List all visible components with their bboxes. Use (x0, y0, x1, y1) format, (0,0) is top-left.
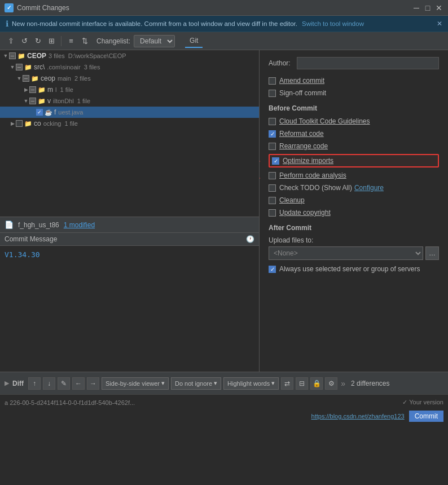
always-use-row: ✓ Always use selected server or group of… (269, 264, 439, 274)
tree-label-ceop: CEOP (27, 52, 46, 60)
cleanup-label: Cleanup (279, 196, 305, 204)
info-bar-close-icon[interactable]: ✕ (437, 20, 442, 28)
tree-item-file1[interactable]: ✓ ☕ f uest.java (0, 107, 259, 118)
reformat-code-checkbox[interactable]: ✓ (269, 130, 276, 138)
diff-back-btn[interactable]: ← (72, 377, 85, 390)
rearrange-code-checkbox[interactable] (269, 143, 276, 150)
optimize-imports-row: ✓ Optimize imports (269, 154, 439, 167)
check-todo-checkbox[interactable] (269, 184, 276, 192)
tree-item-m[interactable]: ▶ ─ 📁 m l 1 file (0, 84, 259, 95)
diff-expand-icon[interactable]: ▶ (5, 380, 9, 387)
switch-to-tool-window-link[interactable]: Switch to tool window (302, 20, 364, 27)
commit-message-header: Commit Message 🕐 (0, 233, 259, 246)
do-not-ignore-label: Do not ignore (175, 380, 212, 387)
upload-browse-btn[interactable]: … (425, 246, 439, 260)
diff-sync-btn[interactable]: ⇄ (281, 377, 293, 390)
do-not-ignore-btn[interactable]: Do not ignore ▾ (171, 377, 221, 390)
reformat-code-row: ✓ Reformat code (269, 129, 439, 138)
tree-checkbox-file1[interactable]: ✓ (36, 109, 43, 116)
info-bar-text: New non-modal commit interface is availa… (12, 20, 297, 27)
arrow-codeanalysis-icon: ➤ (260, 172, 260, 184)
tree-arrow-ceop: ▼ (2, 52, 9, 59)
url-text[interactable]: https://blog.csdn.net/zhanfeng123 (311, 413, 405, 420)
cloud-toolkit-label: Cloud Toolkit Code Guidelines (279, 117, 370, 125)
tree-label-src: src\ (34, 63, 45, 71)
signoff-commit-row: Sign-off commit (269, 89, 439, 98)
tree-checkbox-ceop[interactable]: ─ (9, 52, 16, 59)
tree-arrow-m: ▶ (23, 86, 29, 93)
toolbar-options-btn[interactable]: ⊞ (45, 35, 58, 47)
amend-commit-checkbox[interactable] (269, 77, 276, 85)
tree-checkbox-v[interactable]: ─ (29, 98, 36, 104)
changelist-label: Changelist: (96, 37, 130, 45)
tree-item-v[interactable]: ▼ ─ 📁 v iltonDhl 1 file (0, 95, 259, 107)
reformat-code-label: Reformat code (279, 130, 324, 138)
update-copyright-checkbox[interactable] (269, 209, 276, 217)
tree-path-src: .com\sinoair 3 files (47, 64, 100, 70)
check-todo-row: Check TODO (Show All) Configure (269, 183, 439, 192)
file-tree: ▼ ─ 📁 CEOP 3 files D:\workSpace\CEOP ▼ ─… (0, 50, 259, 217)
after-commit-title: After Commit (269, 224, 439, 232)
tree-arrow-co: ▶ (9, 120, 16, 127)
maximize-button[interactable]: □ (423, 3, 432, 12)
optimize-imports-label: Optimize imports (283, 157, 333, 165)
tree-checkbox-co[interactable] (16, 120, 23, 127)
diff-settings-btn[interactable]: ⚙ (325, 377, 337, 390)
diff-arrow-down-btn[interactable]: ↓ (43, 377, 55, 390)
diff-forward-btn[interactable]: → (87, 377, 99, 390)
commit-message-history-icon[interactable]: 🕐 (246, 235, 254, 243)
toolbar-move-up-btn[interactable]: ⇧ (5, 35, 17, 47)
cloud-toolkit-checkbox[interactable] (269, 118, 276, 125)
side-by-side-viewer-btn[interactable]: Side-by-side viewer ▾ (102, 377, 169, 390)
file-icon-file1: ☕ (45, 108, 52, 116)
code-analysis-container: ➤ Perform code analysis (269, 171, 439, 180)
minimize-button[interactable]: ─ (412, 3, 421, 12)
close-button[interactable]: ✕ (434, 3, 443, 12)
diff-edit-btn[interactable]: ✎ (58, 377, 70, 390)
tree-checkbox-src[interactable]: ─ (16, 64, 23, 70)
folder-icon-m: 📁 (38, 86, 46, 94)
rearrange-code-label: Rearrange code (279, 142, 328, 150)
commit-button[interactable]: Commit (409, 411, 443, 422)
tree-item-src[interactable]: ▼ ─ 📁 src\ .com\sinoair 3 files (0, 61, 259, 73)
git-tab[interactable]: Git (185, 34, 203, 48)
toolbar-expand-btn[interactable]: ⇅ (78, 35, 91, 47)
diff-columns-btn[interactable]: ⊟ (296, 377, 308, 390)
cleanup-row: Cleanup (269, 196, 439, 205)
changelist-select[interactable]: Default (134, 35, 175, 47)
tree-item-ceop[interactable]: ▼ ─ 📁 CEOP 3 files D:\workSpace\CEOP (0, 50, 259, 61)
toolbar-undo-btn[interactable]: ↺ (18, 35, 30, 47)
always-use-checkbox[interactable]: ✓ (269, 266, 276, 273)
diff-lock-btn[interactable]: 🔒 (310, 377, 323, 390)
optimize-imports-container: ➤ ✓ Optimize imports (269, 154, 439, 167)
upload-label: Upload files to: (269, 236, 439, 244)
tree-checkbox-m[interactable]: ─ (29, 86, 36, 93)
tree-checkbox-ceop2[interactable]: ─ (23, 75, 29, 82)
status-file-icon: 📄 (5, 221, 14, 229)
commit-message-input[interactable]: V1.34.30 (0, 246, 259, 370)
tree-item-co[interactable]: ▶ 📁 co ocking 1 file (0, 118, 259, 129)
author-input[interactable] (297, 57, 439, 69)
highlight-words-label: Highlight words (227, 380, 270, 387)
tree-arrow-src: ▼ (9, 64, 16, 70)
toolbar-collapse-btn[interactable]: ≡ (65, 35, 77, 47)
cleanup-checkbox[interactable] (269, 197, 276, 204)
optimize-imports-checkbox[interactable]: ✓ (272, 157, 279, 165)
folder-icon-ceop: 📁 (17, 52, 25, 60)
configure-link[interactable]: Configure (354, 184, 384, 192)
left-panel-wrapper: ▼ ─ 📁 CEOP 3 files D:\workSpace\CEOP ▼ ─… (0, 50, 260, 372)
upload-select[interactable]: <None> (269, 246, 423, 260)
highlight-words-btn[interactable]: Highlight words ▾ (223, 377, 279, 390)
diff-files-row: a 226-00-5-d2414f114-0-0-f1d1df-540b-426… (0, 394, 448, 410)
folder-icon-co: 📁 (24, 120, 32, 127)
tree-path-v: iltonDhl 1 file (53, 98, 90, 104)
code-analysis-checkbox[interactable] (269, 172, 276, 179)
status-modified[interactable]: 1 modified (64, 221, 95, 229)
diff-more-icon[interactable]: » (341, 379, 345, 388)
diff-bar: ▶ Diff ↑ ↓ ✎ ← → Side-by-side viewer ▾ D… (0, 372, 448, 394)
tree-item-ceop2[interactable]: ▼ ─ 📁 ceop main 2 files (0, 73, 259, 84)
info-bar: ℹ New non-modal commit interface is avai… (0, 16, 448, 32)
toolbar-redo-btn[interactable]: ↻ (32, 35, 44, 47)
signoff-commit-checkbox[interactable] (269, 90, 276, 97)
diff-arrow-up-btn[interactable]: ↑ (28, 377, 41, 390)
